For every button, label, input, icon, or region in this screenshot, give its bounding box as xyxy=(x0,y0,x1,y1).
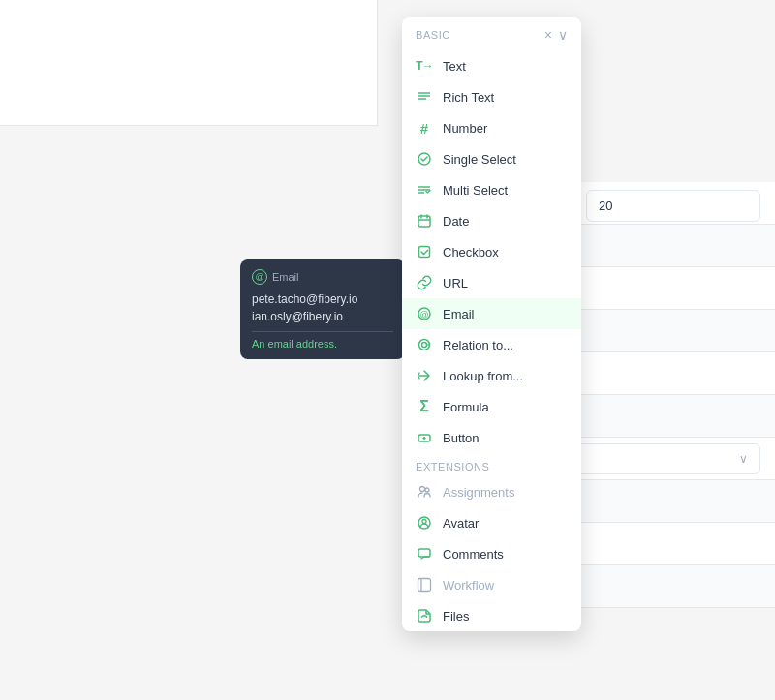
svg-point-21 xyxy=(425,488,429,492)
menu-item-workflow: Workflow xyxy=(402,569,581,600)
menu-item-relation-to[interactable]: Relation to... xyxy=(402,329,581,360)
menu-item-rich-text[interactable]: Rich Text xyxy=(402,81,581,112)
comments-icon xyxy=(416,545,433,563)
formula-icon: Σ xyxy=(416,398,433,415)
menu-item-text[interactable]: T→ Text xyxy=(402,50,581,81)
menu-item-assignments-label: Assignments xyxy=(443,485,514,500)
lookup-from-icon xyxy=(416,367,433,384)
svg-point-23 xyxy=(422,520,426,524)
relation-to-icon xyxy=(416,336,433,353)
menu-item-url[interactable]: URL xyxy=(402,267,581,298)
menu-item-avatar[interactable]: Avatar xyxy=(402,507,581,538)
dropdown-header: Basic × ∨ xyxy=(402,17,581,50)
number-input[interactable] xyxy=(586,190,760,222)
files-icon xyxy=(416,607,433,624)
menu-item-email-label: Email xyxy=(443,307,475,321)
menu-item-date[interactable]: Date xyxy=(402,205,581,236)
main-area: @ Email pete.tacho@fibery.io ian.osly@fi… xyxy=(0,0,775,700)
menu-item-button-label: Button xyxy=(443,431,480,445)
section-basic-label: Basic xyxy=(416,29,450,41)
menu-item-comments-label: Comments xyxy=(443,547,504,562)
email-card-email2: ian.osly@fibery.io xyxy=(252,310,393,323)
menu-item-number-label: Number xyxy=(443,121,487,136)
svg-rect-24 xyxy=(418,549,430,557)
email-icon: @ xyxy=(416,305,433,322)
dropdown-menu: Basic × ∨ T→ Text Rich Text # Number xyxy=(402,17,581,631)
menu-item-lookup-from[interactable]: Lookup from... xyxy=(402,360,581,391)
menu-item-button[interactable]: Button xyxy=(402,422,581,453)
menu-item-email[interactable]: @ Email xyxy=(402,298,581,329)
dropdown-header-actions: × ∨ xyxy=(544,27,568,43)
menu-item-checkbox-label: Checkbox xyxy=(443,245,499,259)
checkbox-icon xyxy=(416,243,433,260)
menu-item-avatar-label: Avatar xyxy=(443,516,479,531)
rich-text-icon xyxy=(416,88,433,106)
menu-item-number[interactable]: # Number xyxy=(402,112,581,143)
section-extensions-label: Extensions xyxy=(402,453,581,476)
date-icon xyxy=(416,212,433,229)
email-card-label: Email xyxy=(272,271,299,283)
menu-item-assignments: Assignments xyxy=(402,476,581,507)
svg-point-20 xyxy=(420,487,425,492)
menu-item-lookup-from-label: Lookup from... xyxy=(443,369,523,383)
number-icon: # xyxy=(416,119,433,137)
email-tooltip-card: @ Email pete.tacho@fibery.io ian.osly@fi… xyxy=(240,259,405,359)
input-area xyxy=(586,190,760,222)
single-select-icon xyxy=(416,150,433,167)
svg-rect-7 xyxy=(418,216,430,227)
menu-item-multi-select[interactable]: Multi Select xyxy=(402,174,581,205)
menu-item-date-label: Date xyxy=(443,214,469,228)
menu-item-formula-label: Formula xyxy=(443,400,489,414)
email-card-description: An email address. xyxy=(252,331,393,350)
email-card-email1: pete.tacho@fibery.io xyxy=(252,292,393,306)
text-icon: T→ xyxy=(416,57,433,75)
left-panel xyxy=(0,0,378,126)
menu-item-url-label: URL xyxy=(443,276,468,290)
avatar-icon xyxy=(416,514,433,532)
workflow-icon xyxy=(416,576,433,593)
menu-item-workflow-label: Workflow xyxy=(443,578,494,593)
menu-item-single-select[interactable]: Single Select xyxy=(402,143,581,174)
menu-item-formula[interactable]: Σ Formula xyxy=(402,391,581,422)
menu-item-single-select-label: Single Select xyxy=(443,152,516,167)
assignments-icon xyxy=(416,483,433,501)
multi-select-icon xyxy=(416,181,433,198)
url-icon xyxy=(416,274,433,291)
close-icon[interactable]: × xyxy=(544,27,552,43)
svg-point-15 xyxy=(422,343,427,348)
menu-item-checkbox[interactable]: Checkbox xyxy=(402,236,581,267)
menu-item-files-label: Files xyxy=(443,609,469,624)
menu-item-relation-to-label: Relation to... xyxy=(443,338,513,352)
menu-item-comments[interactable]: Comments xyxy=(402,538,581,569)
email-card-header: @ Email xyxy=(252,269,393,285)
svg-rect-25 xyxy=(418,579,431,592)
button-icon xyxy=(416,429,433,446)
menu-item-multi-select-label: Multi Select xyxy=(443,183,508,198)
chevron-down-icon: ∨ xyxy=(739,452,748,466)
chevron-icon[interactable]: ∨ xyxy=(558,27,568,43)
email-at-icon: @ xyxy=(252,269,267,285)
menu-item-files[interactable]: Files xyxy=(402,600,581,631)
svg-point-27 xyxy=(423,614,424,615)
menu-item-rich-text-label: Rich Text xyxy=(443,90,494,105)
svg-text:@: @ xyxy=(419,310,428,320)
svg-rect-11 xyxy=(419,247,430,258)
menu-item-text-label: Text xyxy=(443,59,466,74)
